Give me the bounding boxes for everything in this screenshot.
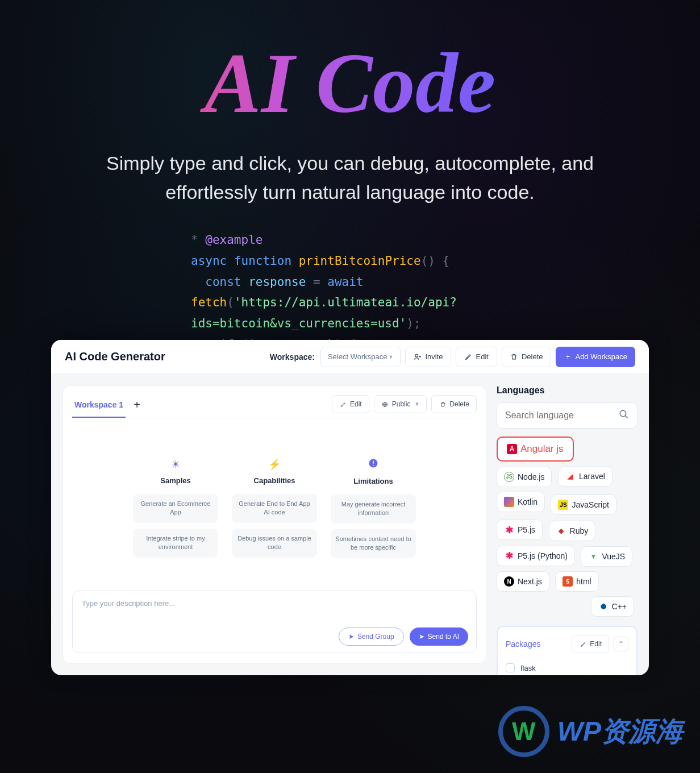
ruby-icon: ◆: [556, 526, 566, 536]
checkbox[interactable]: [506, 663, 515, 672]
alert-icon: [368, 458, 378, 471]
workspace-select[interactable]: Select Workspace ▼: [320, 347, 401, 367]
hero-subtitle: Simply type and click, you can debug, au…: [72, 149, 628, 207]
tab-delete-button[interactable]: Delete: [431, 395, 477, 413]
user-plus-icon: [414, 353, 422, 361]
prompt-input[interactable]: Type your description here... ➤ Send Gro…: [72, 591, 477, 653]
sun-icon: ☀: [171, 458, 180, 471]
sample-item[interactable]: Integrate stripe to my environment: [133, 529, 218, 558]
languages-panel: Languages A Angular js JSNode.js ◢Larave…: [497, 385, 638, 664]
capabilities-column: ⚡ Capabilities Generate End to End App A…: [232, 458, 317, 564]
language-chip-javascript[interactable]: JSJavaScript: [551, 494, 616, 515]
chevron-down-icon: ▼: [388, 354, 393, 360]
language-search[interactable]: [497, 402, 638, 429]
trash-icon: [510, 353, 518, 361]
send-to-ai-button[interactable]: ➤ Send to AI: [410, 627, 468, 646]
packages-panel: Packages Edit ⌃ flask flask-restx flask-…: [497, 626, 638, 675]
language-chip-p5[interactable]: ✱P5.js: [497, 520, 543, 540]
send-icon: ➤: [348, 633, 354, 641]
tab-public-button[interactable]: Public ▼: [374, 395, 427, 413]
input-placeholder: Type your description here...: [82, 599, 467, 608]
angular-icon: A: [507, 444, 517, 454]
tab-edit-button[interactable]: Edit: [332, 395, 369, 413]
globe-icon: [381, 400, 389, 408]
package-item[interactable]: flask: [506, 660, 628, 675]
cpp-icon: ⬢: [598, 601, 609, 612]
invite-button[interactable]: Invite: [405, 347, 451, 367]
add-tab-button[interactable]: +: [134, 398, 140, 415]
pencil-icon: [579, 640, 587, 648]
app-title: AI Code Generator: [65, 350, 165, 363]
samples-title: Samples: [160, 476, 190, 485]
workspace-label: Workspace:: [270, 352, 315, 361]
language-chip-node[interactable]: JSNode.js: [497, 467, 552, 487]
app-window: AI Code Generator Workspace: Select Work…: [51, 340, 649, 675]
collapse-button[interactable]: ⌃: [614, 637, 628, 651]
language-chip-angular[interactable]: A Angular js: [497, 437, 574, 462]
laravel-icon: ◢: [565, 471, 576, 481]
language-chip-cpp[interactable]: ⬢C++: [591, 596, 634, 617]
capability-item[interactable]: Generate End to End App AI code: [232, 494, 317, 523]
svg-point-5: [620, 410, 626, 417]
language-chip-vue[interactable]: ▼VueJS: [581, 546, 632, 567]
main-panel: Workspace 1 + Edit Public ▼ Delete: [63, 385, 486, 664]
capabilities-title: Capabilities: [254, 476, 295, 485]
javascript-icon: JS: [558, 500, 568, 510]
edit-button[interactable]: Edit: [456, 347, 497, 367]
pencil-icon: [464, 353, 472, 361]
svg-rect-4: [373, 465, 374, 466]
app-header: AI Code Generator Workspace: Select Work…: [51, 340, 649, 374]
svg-rect-3: [373, 461, 374, 464]
search-input[interactable]: [505, 410, 619, 421]
hero-title: AI Code: [0, 34, 700, 132]
bolt-icon: ⚡: [268, 458, 281, 471]
tabs-row: Workspace 1 + Edit Public ▼ Delete: [72, 395, 477, 418]
tab-workspace-1[interactable]: Workspace 1: [72, 396, 126, 417]
watermark: WP资源海: [498, 706, 683, 757]
watermark-logo: [498, 706, 549, 757]
html-icon: 5: [562, 576, 573, 587]
capability-item[interactable]: Debug issues on a sample code: [232, 529, 317, 558]
p5-icon: ✱: [504, 525, 514, 535]
packages-edit-button[interactable]: Edit: [572, 635, 609, 653]
language-chip-ruby[interactable]: ◆Ruby: [549, 521, 596, 541]
p5-icon: ✱: [504, 551, 514, 561]
search-icon: [619, 409, 629, 422]
chevron-down-icon: ▼: [414, 401, 419, 407]
samples-column: ☀ Samples Generate an Ecommerce App Inte…: [133, 458, 218, 564]
add-workspace-button[interactable]: + Add Workspace: [556, 347, 635, 367]
language-chip-laravel[interactable]: ◢Laravel: [558, 466, 612, 487]
limitation-item: Sometimes context need to be more specif…: [331, 529, 416, 558]
language-chip-p5python[interactable]: ✱P5.js (Python): [497, 546, 575, 566]
language-chip-html[interactable]: 5html: [555, 571, 598, 592]
language-chip-kotlin[interactable]: Kotlin: [497, 492, 545, 512]
language-chip-next[interactable]: NNext.js: [497, 571, 549, 592]
send-icon: ➤: [419, 633, 424, 641]
sample-item[interactable]: Generate an Ecommerce App: [133, 494, 218, 523]
limitations-title: Limitations: [353, 477, 393, 485]
next-icon: N: [504, 576, 514, 587]
cards-area: ☀ Samples Generate an Ecommerce App Inte…: [72, 458, 477, 564]
delete-button[interactable]: Delete: [502, 347, 552, 367]
limitations-column: Limitations May generate incorrect infor…: [331, 458, 416, 564]
trash-icon: [439, 400, 447, 408]
kotlin-icon: [504, 497, 514, 507]
packages-title: Packages: [506, 639, 540, 649]
svg-point-0: [415, 354, 418, 357]
send-group-button[interactable]: ➤ Send Group: [339, 627, 404, 646]
node-icon: JS: [504, 472, 514, 482]
limitation-item: May generate incorrect information: [331, 494, 416, 523]
languages-title: Languages: [497, 385, 638, 396]
pencil-icon: [339, 400, 347, 408]
plus-icon: +: [564, 353, 572, 361]
vue-icon: ▼: [588, 551, 598, 562]
chevron-up-icon: ⌃: [618, 640, 624, 648]
